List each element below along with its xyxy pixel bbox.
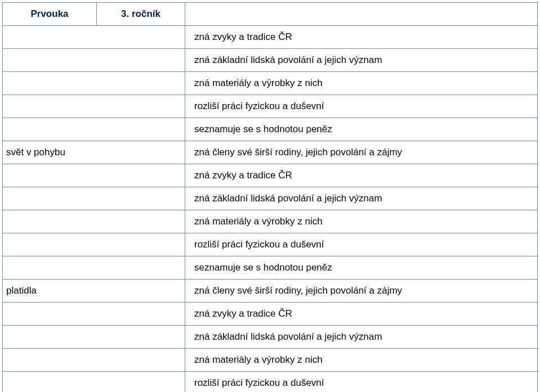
header-col-1: Prvouka — [3, 3, 97, 26]
row-left-cell — [3, 95, 185, 118]
row-left-cell — [3, 303, 185, 326]
row-right-cell: zná materiály a výrobky z nich — [185, 210, 538, 233]
row-right-cell: seznamuje se s hodnotou peněz — [185, 118, 538, 141]
row-left-cell — [3, 164, 185, 187]
row-right-cell: zná členy své širší rodiny, jejich povol… — [185, 280, 538, 303]
table-row: zná zvyky a tradice ČR — [3, 164, 538, 187]
table-row: zná zvyky a tradice ČR — [3, 303, 538, 326]
row-left-cell — [3, 72, 185, 95]
header-col-3 — [185, 3, 538, 26]
row-right-cell: zná základní lidská povolání a jejich vý… — [185, 326, 538, 349]
row-right-cell: seznamuje se s hodnotou peněz — [185, 256, 538, 280]
row-right-cell: rozliší práci fyzickou a duševní — [185, 233, 538, 256]
row-right-cell: zná základní lidská povolání a jejich vý… — [185, 49, 538, 72]
table-row: zná základní lidská povolání a jejich vý… — [3, 49, 538, 72]
row-right-cell: zná zvyky a tradice ČR — [185, 26, 538, 49]
table-row: zná materiály a výrobky z nich — [3, 349, 538, 372]
row-right-cell: zná materiály a výrobky z nich — [185, 349, 538, 372]
row-left-cell — [3, 187, 185, 210]
table-row: rozliší práci fyzickou a duševní — [3, 233, 538, 256]
table-row: rozliší práci fyzickou a duševní — [3, 372, 538, 393]
table-row: platidlazná členy své širší rodiny, jeji… — [3, 280, 538, 303]
row-right-cell: zná základní lidská povolání a jejich vý… — [185, 187, 538, 210]
table-header-row: Prvouka 3. ročník — [3, 3, 538, 26]
curriculum-table: Prvouka 3. ročník zná zvyky a tradice ČR… — [2, 2, 538, 392]
row-right-cell: zná členy své širší rodiny, jejich povol… — [185, 141, 538, 164]
row-left-cell — [3, 233, 185, 256]
row-left-cell — [3, 26, 185, 49]
row-right-cell: rozliší práci fyzickou a duševní — [185, 95, 538, 118]
row-left-cell — [3, 49, 185, 72]
table-row: rozliší práci fyzickou a duševní — [3, 95, 538, 118]
table-row: zná materiály a výrobky z nich — [3, 72, 538, 95]
table-row: seznamuje se s hodnotou peněz — [3, 256, 538, 280]
row-right-cell: zná zvyky a tradice ČR — [185, 164, 538, 187]
row-left-cell: platidla — [3, 280, 185, 303]
row-left-cell — [3, 256, 185, 280]
row-left-cell — [3, 210, 185, 233]
row-left-cell — [3, 326, 185, 349]
table-row: zná zvyky a tradice ČR — [3, 26, 538, 49]
row-left-cell — [3, 372, 185, 393]
header-col-2: 3. ročník — [97, 3, 185, 26]
row-left-cell — [3, 118, 185, 141]
row-right-cell: zná zvyky a tradice ČR — [185, 303, 538, 326]
row-left-cell: svět v pohybu — [3, 141, 185, 164]
table-row: svět v pohybuzná členy své širší rodiny,… — [3, 141, 538, 164]
table-row: zná materiály a výrobky z nich — [3, 210, 538, 233]
row-left-cell — [3, 349, 185, 372]
table-row: zná základní lidská povolání a jejich vý… — [3, 187, 538, 210]
table-row: seznamuje se s hodnotou peněz — [3, 118, 538, 141]
row-right-cell: zná materiály a výrobky z nich — [185, 72, 538, 95]
table-row: zná základní lidská povolání a jejich vý… — [3, 326, 538, 349]
row-right-cell: rozliší práci fyzickou a duševní — [185, 372, 538, 393]
